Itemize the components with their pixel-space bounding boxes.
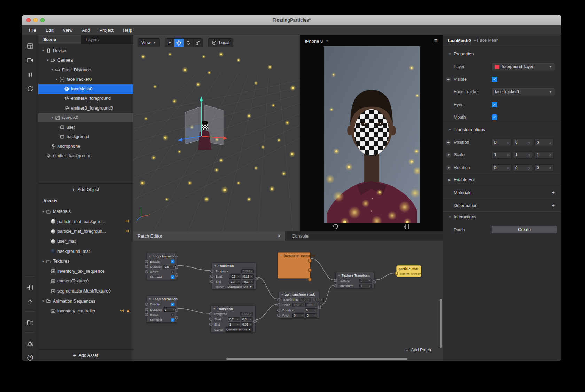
patch-output-icon[interactable]: ➔	[446, 140, 451, 145]
visible-checkbox[interactable]: ✓	[492, 77, 497, 82]
vertical-scrollbar[interactable]	[440, 299, 442, 348]
add-material-button[interactable]: +	[552, 190, 555, 196]
patch-output-icon[interactable]: ➔	[446, 165, 451, 170]
asset-item-animation-sequences[interactable]: ▼Animation Sequences	[38, 296, 133, 306]
section-transformations[interactable]: ▼ Transformations	[443, 126, 561, 134]
node-field[interactable]: 0,3▼	[229, 280, 241, 284]
asset-item-background-mat[interactable]: background_mat	[38, 246, 133, 256]
asset-item-cameratexture0[interactable]: cameraTexture0	[38, 276, 133, 286]
menu-view[interactable]: View	[63, 27, 72, 33]
asset-item-inventory-controller[interactable]: inventory_controllerA	[38, 306, 133, 316]
node-field[interactable]: 0,95▼	[241, 322, 253, 327]
section-materials[interactable]: Materials +	[443, 189, 561, 197]
tab-patch-editor[interactable]: Patch Editor ✕	[133, 231, 286, 241]
simulator-device-dropdown[interactable]: iPhone 8 ▼	[305, 39, 328, 44]
eyes-checkbox[interactable]: ✓	[492, 102, 497, 107]
expander-icon[interactable]: ▼	[41, 260, 45, 263]
frame-tool-button[interactable]: F	[165, 39, 174, 47]
input-port[interactable]	[145, 265, 148, 268]
asset-item-segmentationmasktexture0[interactable]: segmentationMaskTexture0	[38, 286, 133, 296]
input-port[interactable]	[210, 270, 213, 273]
input-port[interactable]	[209, 323, 212, 326]
pause-icon[interactable]	[27, 71, 33, 78]
node-checkbox[interactable]: ✓	[171, 318, 174, 322]
asset-item-materials[interactable]: ▼Materials	[38, 207, 133, 217]
menu-help[interactable]: Help	[123, 27, 132, 33]
help-icon[interactable]: ?	[27, 354, 33, 361]
input-port[interactable]	[334, 284, 337, 287]
scene-item-emitter-background[interactable]: emitter_background	[38, 151, 133, 161]
import-icon[interactable]	[27, 319, 33, 326]
output-port[interactable]	[318, 306, 321, 309]
scale-y-field[interactable]: 1y	[513, 151, 532, 159]
node-field[interactable]: 0,656▼	[240, 312, 253, 316]
node-field[interactable]: 0,10▼	[312, 298, 324, 302]
patch-output-icon[interactable]: ➔	[446, 152, 451, 158]
patch-node-2d-transform-pack[interactable]: ▼2D Transform PackTranslation-0,2▼0,10▼S…	[279, 291, 320, 318]
scene-item-microphone[interactable]: Microphone	[38, 142, 133, 151]
horizontal-scrollbar[interactable]	[226, 358, 407, 360]
add-deformation-button[interactable]: +	[552, 202, 555, 209]
rotate-tool-button[interactable]	[184, 39, 193, 47]
scale-x-field[interactable]: 1x	[492, 151, 511, 159]
viewport-3d[interactable]: View ▼ F Local	[133, 35, 300, 231]
node-field[interactable]: -0,2▼	[299, 298, 311, 302]
output-port[interactable]	[175, 273, 178, 277]
section-enable-for[interactable]: ▶ Enable For	[443, 176, 561, 184]
output-port[interactable]	[175, 309, 178, 312]
node-field[interactable]: 0▼	[359, 279, 372, 283]
add-patch-button[interactable]: + Add Patch	[406, 347, 431, 353]
rotation-y-field[interactable]: 0y	[513, 164, 532, 171]
input-port[interactable]	[209, 318, 212, 321]
output-port[interactable]	[255, 277, 258, 280]
scene-item-emittera-foreground[interactable]: emitterA_foreground	[38, 94, 133, 104]
panel-layout-icon[interactable]	[27, 43, 33, 49]
menu-project[interactable]: Project	[99, 27, 113, 33]
restart-icon[interactable]	[27, 86, 33, 92]
node-field[interactable]: 0,92▼	[292, 303, 304, 307]
layer-dropdown[interactable]: foreground_layer ▼	[492, 63, 555, 71]
input-port[interactable]	[145, 313, 148, 316]
node-field[interactable]: 0,6▼	[241, 317, 253, 321]
scene-item-background[interactable]: background	[38, 132, 133, 142]
node-dropdown[interactable]: Quadratic In-Out▼	[225, 327, 253, 332]
section-interactions[interactable]: ▼ Interactions	[443, 213, 561, 221]
node-checkbox[interactable]: ✓	[171, 303, 174, 306]
rotation-z-field[interactable]: 0z	[534, 164, 554, 171]
output-port[interactable]	[373, 280, 376, 283]
expander-icon[interactable]: ▼	[41, 299, 45, 303]
input-port[interactable]	[210, 275, 213, 278]
output-port[interactable]	[175, 316, 178, 319]
menu-edit[interactable]: Edit	[46, 27, 53, 33]
input-port[interactable]	[145, 270, 148, 273]
node-field[interactable]: -0,1▼	[242, 280, 254, 284]
scale-tool-button[interactable]	[193, 39, 203, 47]
section-deformation[interactable]: Deformation +	[443, 201, 561, 210]
add-asset-button[interactable]: + Add Asset	[38, 349, 133, 361]
patch-canvas[interactable]: + Add Patch ▼Loop AnimationEnable✓Durati…	[133, 241, 443, 361]
input-port[interactable]	[210, 280, 213, 283]
node-field[interactable]: 2▼	[163, 307, 176, 312]
patch-node-inventory-controller[interactable]: ▼inventory_controller	[278, 252, 310, 279]
simulator-menu-icon[interactable]: ≡	[434, 37, 438, 45]
tab-console[interactable]: Console	[286, 231, 443, 241]
output-port[interactable]	[254, 320, 257, 323]
patch-node-particle-mat[interactable]: particle_matDiffuse Texture	[396, 265, 421, 277]
patch-node-loop-animation[interactable]: ▼Loop AnimationEnable✓Duration2,5▼ResetM…	[146, 253, 177, 280]
scene-item-device[interactable]: ▼Device	[38, 46, 133, 56]
close-icon[interactable]: ✕	[277, 233, 281, 239]
input-port[interactable]	[334, 279, 337, 282]
input-port[interactable]	[277, 314, 280, 317]
node-field[interactable]: 1▼	[228, 322, 240, 327]
output-port[interactable]	[308, 259, 312, 263]
create-patch-button[interactable]: Create	[492, 226, 557, 233]
scene-item-canvas0[interactable]: ▼canvas0	[38, 113, 133, 123]
output-port[interactable]	[308, 268, 312, 272]
menu-file[interactable]: File	[29, 27, 36, 33]
input-port[interactable]	[145, 303, 148, 306]
asset-item-particle-mat-backgrou-[interactable]: particle_mat_backgrou...	[38, 217, 133, 227]
node-field[interactable]: 0▼	[305, 308, 317, 312]
asset-item-inventory-tex-sequence[interactable]: inventory_tex_sequence	[38, 266, 133, 277]
node-field[interactable]: 2,5▼	[163, 265, 176, 269]
video-camera-icon[interactable]	[27, 57, 33, 64]
